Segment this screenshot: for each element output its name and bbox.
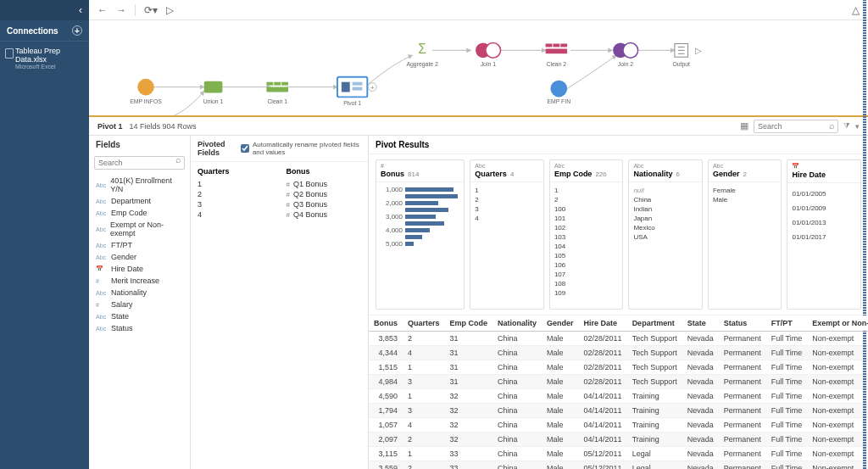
sidebar-collapse-button[interactable]: ‹ xyxy=(0,0,89,20)
column-header[interactable]: Quarters xyxy=(403,315,445,332)
profile-card[interactable]: # Bonus814 1,0002,0003,0004,0005,000 xyxy=(376,159,465,310)
table-cell: 3 xyxy=(403,404,445,418)
table-row[interactable]: 1,057432ChinaMale04/14/2011TrainingNevad… xyxy=(369,418,868,433)
view-toggle-icon[interactable]: ▦ xyxy=(740,120,748,131)
field-label: Emp Code xyxy=(111,209,147,217)
column-header[interactable]: Gender xyxy=(542,315,579,332)
column-header[interactable]: Emp Code xyxy=(445,315,493,332)
field-item[interactable]: AbcDepartment xyxy=(89,195,190,207)
pivot-value[interactable]: 4 xyxy=(198,209,273,220)
run-flow-button[interactable]: ▷ xyxy=(166,4,174,16)
profile-card[interactable]: Abc Quarters4 1234 xyxy=(470,159,544,310)
table-cell: 3,853 xyxy=(369,332,403,346)
field-item[interactable]: #Merit Increase xyxy=(89,275,190,287)
quarters-col-title: Quarters xyxy=(198,167,273,176)
svg-text:Output: Output xyxy=(672,61,690,68)
connection-item[interactable]: Tableau Prep Data.xlsx Microsoft Excel xyxy=(0,42,89,75)
field-label: Exempt or Non-exempt xyxy=(110,221,183,237)
table-row[interactable]: 4,984331ChinaMale02/28/2011Tech SupportN… xyxy=(369,375,868,389)
svg-text:EMP INFOS: EMP INFOS xyxy=(130,98,162,104)
field-item[interactable]: AbcNationality xyxy=(89,287,190,299)
table-row[interactable]: 3,559233ChinaMale05/12/2011LegalNevadaPe… xyxy=(369,461,868,470)
table-row[interactable]: 3,853231ChinaMale02/28/2011Tech SupportN… xyxy=(369,332,868,346)
notifications-icon[interactable]: △ xyxy=(852,4,860,16)
connections-sidebar: ‹ Connections + Tableau Prep Data.xlsx M… xyxy=(0,0,89,469)
svg-text:Clean 2: Clean 2 xyxy=(547,61,567,67)
table-cell: 32 xyxy=(445,418,493,433)
field-item[interactable]: AbcState xyxy=(89,310,190,322)
pivot-value[interactable]: 1 xyxy=(198,179,273,189)
table-row[interactable]: 1,794332ChinaMale04/14/2011TrainingNevad… xyxy=(369,404,868,418)
table-cell: 31 xyxy=(445,360,493,375)
profile-field-name: Bonus xyxy=(381,170,404,178)
field-item[interactable]: AbcEmp Code xyxy=(89,207,190,219)
field-type-icon: Abc xyxy=(96,254,108,260)
profile-count: 6 xyxy=(676,170,679,178)
add-connection-icon[interactable]: + xyxy=(72,25,82,36)
column-header[interactable]: Status xyxy=(719,315,766,332)
field-item[interactable]: AbcGender xyxy=(89,251,190,263)
table-row[interactable]: 3,115133ChinaMale05/12/2011LegalNevadaPe… xyxy=(369,447,868,461)
table-row[interactable]: 4,344431ChinaMale02/28/2011Tech SupportN… xyxy=(369,346,868,360)
table-cell: Non-exempt xyxy=(807,389,868,404)
profile-card[interactable]: Abc Emp Code226 121001011021031041051061… xyxy=(549,159,624,310)
field-item[interactable]: AbcStatus xyxy=(89,322,190,334)
profile-card[interactable]: Abc Nationality6 nullChinaIndianJapanMex… xyxy=(628,159,703,310)
table-row[interactable]: 1,515131ChinaMale02/28/2011Tech SupportN… xyxy=(369,360,868,375)
field-type-icon: # xyxy=(96,302,108,308)
data-grid[interactable]: BonusQuartersEmp CodeNationalityGenderHi… xyxy=(369,315,868,469)
table-cell: 02/28/2011 xyxy=(579,346,627,360)
table-row[interactable]: 2,097232ChinaMale04/14/2011TrainingNevad… xyxy=(369,433,868,447)
pivot-config-panel: Pivoted Fields Automatically rename pivo… xyxy=(191,136,369,469)
flow-canvas[interactable]: EMP INFOS Union 1 Clean 1 +Pivot 1 ΣAggr… xyxy=(89,20,868,117)
column-header[interactable]: State xyxy=(682,315,719,332)
pivot-field[interactable]: #Q4 Bonus xyxy=(287,209,362,220)
auto-rename-label: Automatically rename pivoted fields and … xyxy=(253,141,361,156)
profile-card[interactable]: 📅 Hire Date 01/01/200501/01/200901/01/20… xyxy=(787,159,861,310)
table-cell: 02/28/2011 xyxy=(579,375,627,389)
auto-rename-checkbox[interactable] xyxy=(241,144,249,153)
column-header[interactable]: Bonus xyxy=(369,315,403,332)
column-header[interactable]: Exempt or Non-exempt xyxy=(807,315,868,332)
profile-card[interactable]: Abc Gender2 FemaleMale xyxy=(708,159,782,310)
svg-point-30 xyxy=(623,43,638,59)
table-cell: Full Time xyxy=(766,404,808,418)
column-header[interactable]: FT/PT xyxy=(766,315,808,332)
field-label: Merit Increase xyxy=(111,276,159,285)
table-cell: Full Time xyxy=(766,461,808,470)
column-header[interactable]: Department xyxy=(627,315,682,332)
field-item[interactable]: AbcFT/PT xyxy=(89,239,190,251)
pivot-value[interactable]: 3 xyxy=(198,199,273,209)
back-button[interactable]: ← xyxy=(97,4,108,16)
field-item[interactable]: Abc401(K) Enrollment Y/N xyxy=(89,175,190,195)
pivot-value[interactable]: 2 xyxy=(198,189,273,199)
field-label: Gender xyxy=(111,253,136,261)
refresh-button[interactable]: ⟳▾ xyxy=(144,4,158,16)
pivot-field[interactable]: #Q1 Bonus xyxy=(287,179,362,189)
table-row[interactable]: 4,590132ChinaMale04/14/2011TrainingNevad… xyxy=(369,389,868,404)
more-menu-icon[interactable]: ▾ xyxy=(855,122,860,131)
table-cell: Full Time xyxy=(766,418,808,433)
field-item[interactable]: 📅Hire Date xyxy=(89,263,190,275)
table-cell: China xyxy=(492,389,542,404)
field-label: State xyxy=(111,312,129,321)
fields-search-input[interactable] xyxy=(94,156,185,170)
field-item[interactable]: AbcExempt or Non-exempt xyxy=(89,219,190,239)
svg-rect-5 xyxy=(266,82,273,86)
pivot-field[interactable]: #Q3 Bonus xyxy=(287,199,362,209)
column-header[interactable]: Hire Date xyxy=(579,315,627,332)
table-cell: 1,794 xyxy=(369,404,403,418)
svg-rect-13 xyxy=(353,87,363,91)
pivot-field[interactable]: #Q2 Bonus xyxy=(287,189,362,199)
field-type-icon: Abc xyxy=(96,243,108,248)
field-item[interactable]: #Salary xyxy=(89,299,190,310)
table-cell: China xyxy=(492,461,542,470)
field-label: FT/PT xyxy=(111,241,132,249)
table-cell: Male xyxy=(542,332,579,346)
profile-field-name: Emp Code xyxy=(554,170,593,178)
filter-icon[interactable]: ⧩ xyxy=(843,121,850,131)
step-search-input[interactable] xyxy=(754,120,838,133)
forward-button[interactable]: → xyxy=(116,4,126,16)
table-cell: Male xyxy=(542,433,579,447)
column-header[interactable]: Nationality xyxy=(492,315,542,332)
